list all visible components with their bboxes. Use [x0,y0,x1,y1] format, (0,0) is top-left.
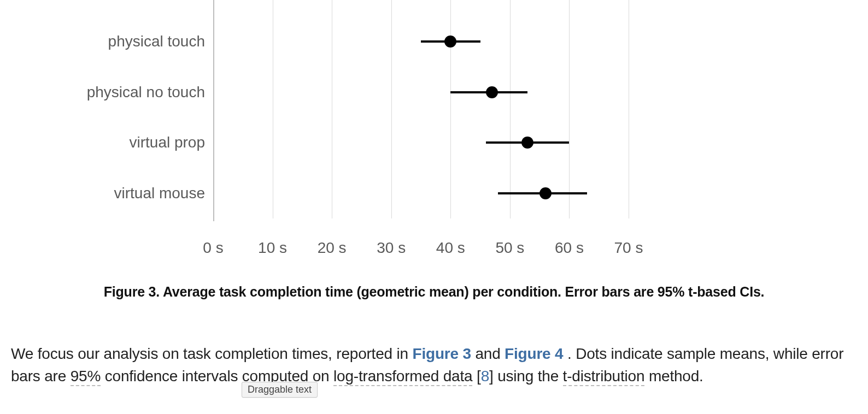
citation-8[interactable]: 8 [481,368,489,385]
mean-dot [444,36,456,48]
figure-caption: Figure 3. Average task completion time (… [0,284,868,300]
body-text: and [475,345,505,362]
category-label: physical no touch [66,84,205,101]
x-tick-label: 10 s [258,239,287,257]
body-paragraph: We focus our analysis on task completion… [11,343,857,387]
term-95-percent[interactable]: 95% [71,368,101,386]
x-tick-label: 0 s [203,239,223,257]
x-tick-label: 20 s [318,239,347,257]
gridline [391,0,392,218]
body-text: [ [477,368,481,385]
gridline [569,0,570,218]
category-label: virtual prop [66,134,205,151]
plot-area: 0 s10 s20 s30 s40 s50 s60 s70 s [213,0,629,235]
term-t-distribution[interactable]: t-distribution [563,368,645,386]
drag-tooltip[interactable]: Draggable text [242,382,318,398]
gridline [450,0,451,218]
category-label: virtual mouse [66,185,205,202]
x-tick-label: 30 s [377,239,406,257]
gridline [629,0,629,218]
link-figure-4[interactable]: Figure 4 [505,345,563,362]
x-tick-label: 50 s [495,239,524,257]
gridline [332,0,332,218]
x-tick-label: 40 s [436,239,465,257]
gridline [510,0,511,218]
chart: 0 s10 s20 s30 s40 s50 s60 s70 s physical… [66,0,678,268]
x-tick-label: 70 s [614,239,643,257]
mean-dot [486,86,498,98]
body-text: method. [649,368,703,385]
mean-dot [539,187,552,199]
term-log-transformed[interactable]: log-transformed data [333,368,472,386]
mean-dot [521,137,533,149]
gridline [273,0,273,218]
body-text: ] using the [489,368,563,385]
x-tick-label: 60 s [555,239,584,257]
category-label: physical touch [66,33,205,50]
body-text: We focus our analysis on task completion… [11,345,413,362]
link-figure-3[interactable]: Figure 3 [413,345,471,362]
gridline [213,0,214,221]
